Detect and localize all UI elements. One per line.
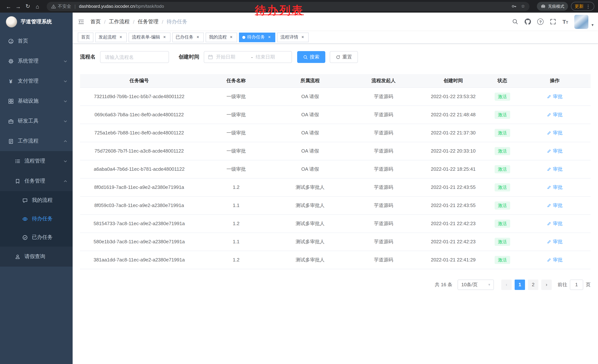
sidebar-fold-icon[interactable]	[78, 18, 84, 25]
cell-status: 激活	[486, 142, 519, 160]
browser-home-icon[interactable]: ⌂	[33, 1, 42, 11]
sidebar-item-infrastructure[interactable]: 基础设施	[0, 91, 73, 111]
breadcrumb-task-management[interactable]: 任务管理	[138, 18, 158, 25]
user-menu-caret-icon[interactable]: ▾	[591, 22, 594, 27]
sidebar-item-process-management[interactable]: 流程管理	[0, 151, 73, 171]
sidebar-item-label: 工作流程	[18, 138, 39, 145]
close-icon[interactable]: ×	[118, 35, 123, 40]
reset-button[interactable]: 重置	[330, 51, 358, 63]
tab-label: 发起流程	[99, 34, 116, 40]
approve-link-label: 审批	[553, 238, 563, 245]
approve-link[interactable]: 审批	[547, 220, 563, 227]
font-size-icon[interactable]: TT	[562, 18, 568, 25]
search-icon[interactable]	[512, 18, 518, 25]
close-icon[interactable]: ×	[229, 35, 234, 40]
page-button-2[interactable]: 2	[528, 279, 538, 290]
tab-label: 流程表单-编辑	[132, 34, 160, 40]
sidebar-item-dev-tools[interactable]: 研发工具	[0, 111, 73, 131]
cell-initiator: 芋道源码	[346, 233, 421, 251]
tab-start-process[interactable]: 发起流程 ×	[95, 32, 127, 42]
approve-link[interactable]: 审批	[547, 238, 563, 245]
update-label[interactable]: 更新	[575, 3, 583, 9]
approve-link[interactable]: 审批	[547, 93, 563, 100]
process-name-input[interactable]	[100, 51, 169, 63]
tab-todo-tasks[interactable]: 待办任务 ×	[239, 32, 275, 42]
sidebar-item-workflow[interactable]: 工作流程	[0, 131, 73, 151]
main-content: 流程名 创建时间 开始日期 - 结束日期 搜索 重置	[73, 44, 598, 364]
github-icon[interactable]	[525, 18, 531, 25]
chevron-up-icon	[63, 179, 67, 183]
goto-page-input[interactable]	[570, 279, 583, 290]
approve-link-label: 审批	[553, 147, 563, 154]
cell-task-name: 1.2	[198, 178, 274, 196]
app-logo[interactable]: 芋道管理系统	[0, 13, 73, 31]
cell-task-id: 381aa1dd-7ac8-11ec-a9e2-a2380e71991a	[80, 251, 198, 269]
date-range-picker[interactable]: 开始日期 - 结束日期	[204, 51, 292, 63]
tab-label: 待办任务	[247, 34, 265, 40]
sidebar-item-home[interactable]: 首页	[0, 31, 73, 51]
cell-task-id: 8f059c03-7ac8-11ec-a9e2-a2380e71991a	[80, 196, 198, 214]
tab-done-tasks[interactable]: 已办任务 ×	[172, 32, 204, 42]
next-page-button[interactable]: ›	[541, 279, 552, 290]
sidebar-item-leave-query[interactable]: 请假查询	[0, 247, 73, 267]
browser-menu-icon[interactable]: ⋮	[586, 4, 590, 9]
process-icon	[14, 158, 21, 164]
browser-reload-icon[interactable]: ↻	[23, 1, 33, 11]
end-date-placeholder: 结束日期	[256, 54, 288, 60]
tools-icon	[8, 118, 14, 124]
tab-process-form-edit[interactable]: 流程表单-编辑 ×	[129, 32, 170, 42]
cell-process: 测试多审批人	[274, 214, 346, 233]
cell-task-id: 58154733-7ac8-11ec-a9e2-a2380e71991a	[80, 214, 198, 233]
avatar[interactable]	[574, 15, 589, 29]
cell-created: 2022-01-21 22:42:23	[421, 233, 486, 251]
close-icon[interactable]: ×	[267, 35, 272, 40]
user-icon	[14, 254, 21, 259]
not-secure-warning-icon	[51, 4, 56, 9]
fullscreen-icon[interactable]	[550, 18, 556, 25]
sidebar-item-payment[interactable]: ¥ 支付管理	[0, 71, 73, 91]
tab-home[interactable]: 首页	[78, 32, 93, 42]
bookmark-star-icon[interactable]: ☆	[521, 4, 525, 9]
sidebar-item-label: 基础设施	[18, 98, 39, 105]
close-icon[interactable]: ×	[300, 35, 305, 40]
cell-created: 2022-01-22 20:33:10	[421, 142, 486, 160]
password-key-icon[interactable]	[511, 4, 516, 9]
address-bar[interactable]: 不安全 | dashboard.yudao.iocoder.cn /bpm/ta…	[47, 2, 530, 11]
close-icon[interactable]: ×	[195, 35, 200, 40]
browser-forward-icon[interactable]: →	[13, 1, 23, 11]
url-path: /bpm/task/todo	[135, 4, 164, 9]
page-button-1[interactable]: 1	[515, 279, 525, 290]
approve-link[interactable]: 审批	[547, 147, 563, 154]
sidebar-item-label: 任务管理	[25, 178, 45, 184]
browser-back-icon[interactable]: ←	[4, 1, 13, 11]
header-actions: ? TT ▾	[512, 15, 594, 29]
app-title: 芋道管理系统	[21, 18, 52, 25]
approve-link[interactable]: 审批	[547, 184, 563, 191]
breadcrumb-home[interactable]: 首页	[91, 18, 101, 25]
tab-process-detail[interactable]: 流程详情 ×	[277, 32, 309, 42]
sidebar-item-todo-tasks[interactable]: 待办任务	[0, 210, 73, 228]
search-button[interactable]: 搜索	[297, 51, 325, 63]
cell-action: 审批	[519, 233, 590, 251]
page-size-select[interactable]: 10条/页 ▾	[457, 279, 494, 290]
process-name-label: 流程名	[80, 54, 96, 60]
active-dot	[242, 36, 245, 39]
sidebar-item-done-tasks[interactable]: 已办任务	[0, 228, 73, 247]
approve-link[interactable]: 审批	[547, 129, 563, 136]
close-icon[interactable]: ×	[162, 35, 167, 40]
approve-link[interactable]: 审批	[547, 202, 563, 209]
sidebar-item-system[interactable]: 系统管理	[0, 51, 73, 71]
tab-my-process[interactable]: 我的流程 ×	[206, 32, 237, 42]
sidebar-item-task-management[interactable]: 任务管理	[0, 171, 73, 191]
sidebar-item-my-process[interactable]: 我的流程	[0, 191, 73, 210]
cell-status: 激活	[486, 105, 519, 124]
approve-link[interactable]: 审批	[547, 111, 563, 118]
breadcrumb-workflow[interactable]: 工作流程	[109, 18, 130, 25]
approve-link[interactable]: 审批	[547, 256, 563, 263]
approve-link[interactable]: 审批	[547, 166, 563, 172]
help-icon[interactable]: ?	[537, 18, 544, 25]
workflow-icon	[8, 138, 14, 144]
prev-page-button[interactable]: ‹	[501, 279, 512, 290]
browser-update-chip[interactable]: 更新 ⋮	[571, 2, 594, 11]
tags-view-bar: 首页 发起流程 × 流程表单-编辑 × 已办任务 × 我的流程 × 待办任务 ×…	[73, 31, 598, 44]
